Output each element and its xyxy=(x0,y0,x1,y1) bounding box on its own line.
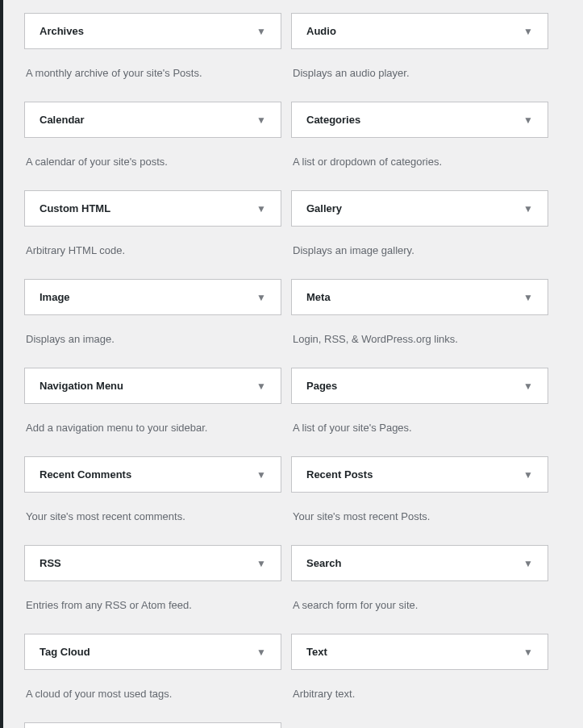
widget-item: Custom HTML ▼ Arbitrary HTML code. xyxy=(24,185,281,274)
widget-header-image[interactable]: Image ▼ xyxy=(24,279,281,315)
widget-item: Meta ▼ Login, RSS, & WordPress.org links… xyxy=(291,274,548,363)
widget-header-text[interactable]: Text ▼ xyxy=(291,634,548,670)
widget-item-empty xyxy=(291,718,548,728)
chevron-down-icon: ▼ xyxy=(523,647,533,658)
widget-header-archives[interactable]: Archives ▼ xyxy=(24,13,281,49)
chevron-down-icon: ▼ xyxy=(523,292,533,303)
widget-title: Navigation Menu xyxy=(40,380,123,392)
widget-description: Arbitrary HTML code. xyxy=(24,235,281,266)
widget-item: Audio ▼ Displays an audio player. xyxy=(291,8,548,97)
chevron-down-icon: ▼ xyxy=(256,203,266,214)
available-widgets-grid: Archives ▼ A monthly archive of your sit… xyxy=(24,8,548,728)
widget-description: Add a navigation menu to your sidebar. xyxy=(24,412,281,443)
widget-title: Gallery xyxy=(306,202,342,214)
chevron-down-icon: ▼ xyxy=(256,26,266,37)
chevron-down-icon: ▼ xyxy=(256,292,266,303)
widget-item: Video ▼ xyxy=(24,718,281,728)
widget-title: Recent Posts xyxy=(306,468,373,480)
chevron-down-icon: ▼ xyxy=(256,558,266,569)
widget-description: A cloud of your most used tags. xyxy=(24,678,281,709)
widget-description: A list of your site's Pages. xyxy=(291,412,548,443)
chevron-down-icon: ▼ xyxy=(523,203,533,214)
widget-header-recent-posts[interactable]: Recent Posts ▼ xyxy=(291,456,548,493)
widget-title: Meta xyxy=(306,291,331,303)
widget-item: Recent Posts ▼ Your site's most recent P… xyxy=(291,451,548,540)
widget-description: Displays an image gallery. xyxy=(291,235,548,266)
widget-header-tag-cloud[interactable]: Tag Cloud ▼ xyxy=(24,634,281,670)
widget-header-custom-html[interactable]: Custom HTML ▼ xyxy=(24,190,281,227)
chevron-down-icon: ▼ xyxy=(256,114,266,126)
chevron-down-icon: ▼ xyxy=(523,26,533,37)
chevron-down-icon: ▼ xyxy=(256,647,266,658)
widget-description: Arbitrary text. xyxy=(291,678,548,709)
chevron-down-icon: ▼ xyxy=(523,558,533,569)
widget-description: A calendar of your site's posts. xyxy=(24,146,281,177)
widget-header-recent-comments[interactable]: Recent Comments ▼ xyxy=(24,456,281,493)
widget-title: Image xyxy=(40,291,70,303)
widget-description: A search form for your site. xyxy=(291,589,548,621)
chevron-down-icon: ▼ xyxy=(523,381,533,392)
widget-title: Calendar xyxy=(40,114,85,126)
chevron-down-icon: ▼ xyxy=(523,114,533,126)
widget-description: Your site's most recent comments. xyxy=(24,501,281,532)
widget-description: Your site's most recent Posts. xyxy=(291,501,548,532)
widget-description: A monthly archive of your site's Posts. xyxy=(24,57,281,89)
widget-header-calendar[interactable]: Calendar ▼ xyxy=(24,102,281,138)
widget-header-video[interactable]: Video ▼ xyxy=(24,722,281,728)
widget-header-search[interactable]: Search ▼ xyxy=(291,545,548,581)
widget-description: Displays an image. xyxy=(24,323,281,355)
widget-description: Entries from any RSS or Atom feed. xyxy=(24,589,281,621)
widget-item: Pages ▼ A list of your site's Pages. xyxy=(291,363,548,451)
widget-title: Search xyxy=(306,557,341,569)
widget-item: Recent Comments ▼ Your site's most recen… xyxy=(24,451,281,540)
widget-header-categories[interactable]: Categories ▼ xyxy=(291,102,548,138)
widget-header-pages[interactable]: Pages ▼ xyxy=(291,368,548,404)
widget-header-navigation-menu[interactable]: Navigation Menu ▼ xyxy=(24,368,281,404)
widget-title: Tag Cloud xyxy=(40,646,90,658)
widget-title: Audio xyxy=(306,25,336,37)
widget-title: Text xyxy=(306,646,327,658)
chevron-down-icon: ▼ xyxy=(256,381,266,392)
widget-item: Image ▼ Displays an image. xyxy=(24,274,281,363)
widget-item: Text ▼ Arbitrary text. xyxy=(291,629,548,718)
chevron-down-icon: ▼ xyxy=(256,469,266,480)
widget-description: A list or dropdown of categories. xyxy=(291,146,548,177)
widget-item: Search ▼ A search form for your site. xyxy=(291,540,548,629)
admin-sidebar-edge xyxy=(0,0,3,728)
widget-header-rss[interactable]: RSS ▼ xyxy=(24,545,281,581)
widget-item: Navigation Menu ▼ Add a navigation menu … xyxy=(24,363,281,451)
widget-description: Displays an audio player. xyxy=(291,57,548,89)
widget-title: Pages xyxy=(306,380,337,392)
widget-title: Archives xyxy=(40,25,84,37)
widget-item: Archives ▼ A monthly archive of your sit… xyxy=(24,8,281,97)
widget-title: Custom HTML xyxy=(40,202,110,214)
widget-header-gallery[interactable]: Gallery ▼ xyxy=(291,190,548,227)
chevron-down-icon: ▼ xyxy=(523,469,533,480)
widget-item: Categories ▼ A list or dropdown of categ… xyxy=(291,97,548,185)
widget-item: Calendar ▼ A calendar of your site's pos… xyxy=(24,97,281,185)
widget-title: Recent Comments xyxy=(40,468,131,480)
widget-header-meta[interactable]: Meta ▼ xyxy=(291,279,548,315)
widget-title: Categories xyxy=(306,114,360,126)
widget-header-audio[interactable]: Audio ▼ xyxy=(291,13,548,49)
widget-item: Tag Cloud ▼ A cloud of your most used ta… xyxy=(24,629,281,718)
widget-item: RSS ▼ Entries from any RSS or Atom feed. xyxy=(24,540,281,629)
widget-description: Login, RSS, & WordPress.org links. xyxy=(291,323,548,355)
widget-title: RSS xyxy=(40,557,61,569)
widget-item: Gallery ▼ Displays an image gallery. xyxy=(291,185,548,274)
